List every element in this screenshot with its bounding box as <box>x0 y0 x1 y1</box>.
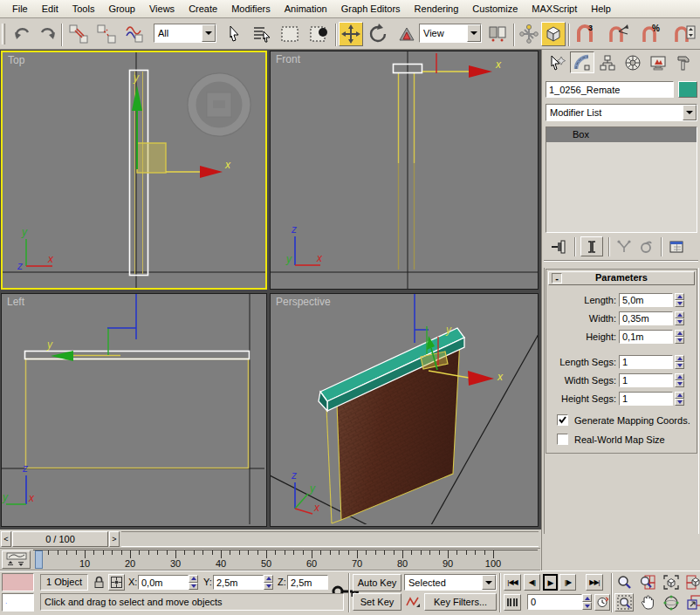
tab-create[interactable] <box>545 51 569 73</box>
y-coord-spinner[interactable] <box>264 575 273 590</box>
pan-button[interactable] <box>638 593 657 612</box>
x-coord-field[interactable] <box>138 575 189 590</box>
menu-create[interactable]: Create <box>182 2 224 16</box>
height-field[interactable] <box>619 330 673 344</box>
pin-stack-button[interactable] <box>549 238 570 256</box>
viewport-front[interactable]: Front x z y x <box>270 51 539 290</box>
key-mode-dropdown-arrow[interactable] <box>482 575 496 590</box>
zoom-extents-button[interactable] <box>662 573 681 591</box>
length-field[interactable] <box>619 293 673 307</box>
zoom-all-button[interactable] <box>638 573 657 591</box>
tab-display[interactable] <box>646 51 670 73</box>
time-slider-prev-button[interactable]: < <box>1 531 11 547</box>
next-frame-button[interactable]: ||▶ <box>559 574 576 591</box>
zoom-extents-all-button[interactable] <box>684 573 700 591</box>
link-button[interactable] <box>66 22 91 46</box>
tab-motion[interactable] <box>621 51 645 73</box>
bind-spacewarp-button[interactable] <box>122 22 147 46</box>
menu-group[interactable]: Group <box>101 2 142 16</box>
unlink-button[interactable] <box>94 22 119 46</box>
undo-button[interactable] <box>10 22 35 46</box>
select-and-rotate-button[interactable] <box>367 22 391 46</box>
time-slider-handle[interactable]: 0 / 100 <box>12 531 108 547</box>
length-spinner[interactable] <box>675 293 684 307</box>
menu-help[interactable]: Help <box>584 2 618 16</box>
previous-frame-button[interactable]: ◀|| <box>524 574 540 591</box>
menu-graph-editors[interactable]: Graph Editors <box>334 2 408 16</box>
viewport-top[interactable]: Top x y <box>1 51 267 290</box>
spinner-snap-button[interactable] <box>672 22 697 46</box>
menu-customize[interactable]: Customize <box>465 2 525 16</box>
maximize-viewport-toggle[interactable] <box>684 593 700 612</box>
object-name-field[interactable] <box>546 81 674 98</box>
length-segs-field[interactable] <box>619 355 673 369</box>
configure-modifier-sets-button[interactable] <box>666 238 687 256</box>
modifier-stack-list[interactable]: Box <box>546 126 697 233</box>
select-and-manipulate-button[interactable] <box>517 22 541 46</box>
current-frame-field[interactable] <box>527 594 582 610</box>
use-pivot-center-button[interactable] <box>485 22 510 46</box>
viewport-left[interactable]: Left y z y x <box>1 293 267 527</box>
width-segs-spinner[interactable] <box>675 373 684 387</box>
selection-filter-combo[interactable]: All <box>154 24 216 43</box>
height-spinner[interactable] <box>675 330 684 344</box>
menu-edit[interactable]: Edit <box>35 2 65 16</box>
set-key-button[interactable]: Set Key <box>353 593 401 611</box>
time-slider-track[interactable] <box>121 531 539 547</box>
show-end-result-button[interactable] <box>580 236 603 256</box>
y-coord-field[interactable] <box>213 575 264 590</box>
real-world-map-size-checkbox[interactable] <box>557 434 568 445</box>
height-segs-spinner[interactable] <box>675 392 684 406</box>
maxscript-mini-listener-white[interactable]: . <box>2 593 34 612</box>
width-field[interactable] <box>619 311 673 325</box>
select-by-name-button[interactable] <box>250 22 274 46</box>
go-to-end-button[interactable]: ▶▶| <box>586 574 603 591</box>
tab-utilities[interactable] <box>671 51 696 73</box>
object-color-swatch[interactable] <box>678 81 697 98</box>
select-object-button[interactable] <box>222 22 246 46</box>
remove-modifier-button[interactable] <box>635 238 656 256</box>
menu-tools[interactable]: Tools <box>65 2 102 16</box>
make-unique-button[interactable] <box>614 238 635 256</box>
width-segs-field[interactable] <box>619 373 673 387</box>
go-to-start-button[interactable]: |◀◀ <box>504 574 521 591</box>
toolbar-handle[interactable] <box>2 24 5 44</box>
snaps-toggle-button[interactable] <box>541 22 566 46</box>
frame-spinner[interactable] <box>582 594 592 610</box>
angle-snap-button[interactable] <box>606 22 630 46</box>
percent-snap-button[interactable]: % <box>639 22 663 46</box>
modifier-list-combo[interactable]: Modifier List <box>546 104 697 121</box>
tab-hierarchy[interactable] <box>595 51 620 73</box>
parameters-rollout-header[interactable]: - Parameters <box>548 271 695 285</box>
modifier-list-dropdown-arrow[interactable] <box>683 105 697 120</box>
menu-file[interactable]: File <box>5 2 35 16</box>
snap-3d-button[interactable]: 3 <box>573 22 597 46</box>
length-segs-spinner[interactable] <box>675 355 684 369</box>
tab-modify[interactable] <box>570 51 594 73</box>
key-filters-button[interactable]: Key Filters... <box>424 593 497 611</box>
track-bar-ruler[interactable]: 0102030405060708090100 <box>33 550 538 571</box>
x-coord-spinner[interactable] <box>189 575 198 590</box>
auto-key-button[interactable]: Auto Key <box>353 574 401 591</box>
absolute-offset-toggle[interactable] <box>108 574 125 591</box>
mini-curve-editor-button[interactable] <box>2 550 31 569</box>
menu-maxscript[interactable]: MAXScript <box>525 2 584 16</box>
rollout-collapse-button[interactable]: - <box>552 273 562 284</box>
stack-item-box[interactable]: Box <box>546 127 697 142</box>
time-configuration-button[interactable] <box>594 594 610 611</box>
width-spinner[interactable] <box>675 311 684 325</box>
menu-views[interactable]: Views <box>142 2 182 16</box>
generate-mapping-coords-checkbox[interactable] <box>557 414 568 426</box>
z-coord-field[interactable] <box>287 575 328 590</box>
default-tangents-button[interactable] <box>404 593 421 611</box>
play-button[interactable]: ▶ <box>543 574 558 591</box>
arc-rotate-button[interactable] <box>662 593 681 612</box>
select-and-scale-button[interactable] <box>395 22 419 46</box>
current-frame-marker[interactable] <box>35 550 43 569</box>
menu-animation[interactable]: Animation <box>278 2 334 16</box>
selection-region-button[interactable] <box>278 22 302 46</box>
height-segs-field[interactable] <box>619 392 673 406</box>
time-slider-next-button[interactable]: > <box>109 531 120 547</box>
redo-button[interactable] <box>35 22 59 46</box>
coord-system-combo[interactable]: View <box>419 24 482 43</box>
